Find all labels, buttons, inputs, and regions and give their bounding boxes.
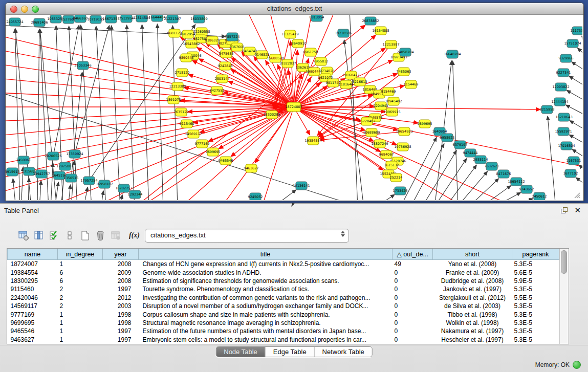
graph-node[interactable]: 1154469 (404, 80, 419, 89)
table-row[interactable]: 911546021997Tourette syndrome. Phenomeno… (8, 285, 559, 293)
graph-node[interactable]: 9777169 (195, 140, 210, 148)
column-header-year[interactable]: year (103, 249, 139, 260)
graph-node[interactable]: 16644404 (148, 15, 165, 21)
graph-node[interactable]: 12093822 (552, 83, 569, 91)
column-header-short[interactable]: short (433, 249, 512, 260)
tab-network-table[interactable]: Network Table (315, 347, 372, 357)
column-header-in_degree[interactable]: in_degree (58, 249, 103, 260)
graph-node[interactable]: 9227341 (556, 69, 571, 77)
column-header-name[interactable]: name (8, 249, 58, 260)
graph-node[interactable]: 9890445 (179, 54, 194, 62)
graph-node[interactable]: 18322037 (279, 59, 296, 68)
graph-node[interactable]: 252214 (390, 173, 403, 182)
graph-node[interactable]: 7632621 (485, 162, 499, 170)
graph-node[interactable]: 2204943 (374, 102, 388, 110)
graph-node[interactable]: 6379197 (453, 141, 468, 149)
column-header-pagerank[interactable]: pagerank (512, 249, 559, 260)
tab-node-table[interactable]: Node Table (216, 347, 266, 357)
graph-node[interactable]: 7512954 (119, 15, 134, 23)
row-height-icon[interactable] (64, 230, 75, 241)
graph-node[interactable]: 2718120 (175, 69, 190, 77)
table-row[interactable]: 1456911722003Disruption of a novel membe… (8, 302, 559, 310)
graph-node[interactable]: 26878852 (362, 17, 379, 25)
network-window-titlebar[interactable]: citations_edges.txt (6, 3, 583, 15)
graph-node[interactable]: 14569117 (185, 130, 202, 138)
graph-node[interactable]: 16210643 (555, 113, 572, 121)
column-header-title[interactable]: title (139, 249, 393, 260)
graph-node[interactable]: 8471676 (496, 170, 511, 178)
new-table-icon[interactable] (80, 230, 91, 241)
graph-node[interactable]: 18640910 (289, 39, 306, 48)
graph-node[interactable]: 9154469 (381, 87, 396, 96)
graph-node[interactable]: 9684067 (379, 150, 394, 159)
graph-node[interactable]: 9329966 (559, 54, 574, 62)
graph-node[interactable]: 10654112 (508, 178, 525, 186)
import-table-icon[interactable] (111, 230, 121, 241)
graph-node[interactable]: 1292344 (128, 190, 143, 199)
graph-node[interactable]: 1891075 (166, 96, 181, 104)
graph-node[interactable]: 12814504 (133, 15, 150, 22)
graph-node[interactable]: 7955812 (314, 57, 329, 65)
resize-grip[interactable] (575, 193, 580, 198)
graph-node[interactable]: 12213987 (382, 40, 399, 49)
table-row[interactable]: 946362711997Embryonic stem cells: a mode… (8, 336, 559, 344)
graph-node[interactable]: 12444154 (551, 98, 568, 106)
graph-node[interactable]: 14136141 (293, 182, 310, 190)
graph-node[interactable]: 19384554 (304, 137, 321, 145)
graph-node[interactable]: 15592971 (555, 127, 572, 136)
graph-node[interactable]: 5958923 (440, 134, 455, 142)
graph-node[interactable]: 2935114 (473, 156, 488, 164)
table-settings-icon[interactable] (18, 230, 29, 241)
graph-node[interactable]: 7635120 (174, 108, 189, 116)
graph-node[interactable]: 1733426 (393, 187, 408, 195)
graph-node[interactable]: 12975887 (56, 162, 73, 170)
close-panel-icon[interactable]: ✕ (574, 206, 581, 215)
graph-node[interactable]: 9115460 (180, 120, 194, 128)
delete-table-icon[interactable] (95, 230, 106, 241)
graph-node[interactable]: 8215958 (540, 105, 555, 114)
graph-node[interactable]: 9463627 (244, 164, 259, 172)
graph-node[interactable]: 1350515 (64, 174, 79, 182)
graph-node[interactable]: 11325419 (281, 30, 298, 38)
graph-node[interactable]: 21221397 (164, 15, 181, 23)
table-selector-dropdown[interactable]: citations_edges.txt (145, 229, 349, 243)
graph-node[interactable]: 6961758 (303, 48, 318, 56)
scrollbar-thumb[interactable] (561, 250, 567, 274)
network-canvas[interactable]: 1872400786011238912954222605589827503818… (6, 15, 582, 200)
graph-node[interactable]: 3915913 (6, 168, 19, 176)
graph-node[interactable]: 16154808 (372, 27, 389, 35)
graph-node[interactable]: 1677102 (563, 169, 578, 178)
table-row[interactable]: 969969511998Structural magnetic resonanc… (8, 319, 559, 327)
graph-node[interactable]: 1167531 (567, 157, 581, 165)
graph-node[interactable]: 2450612 (532, 192, 547, 200)
graph-node[interactable]: 17359924 (66, 150, 83, 158)
graph-node[interactable]: 16033809 (190, 15, 207, 23)
graph-node[interactable]: 9699695 (206, 148, 221, 156)
tab-edge-table[interactable]: Edge Table (266, 347, 315, 357)
graph-node[interactable]: 21053346 (74, 61, 91, 70)
graph-node[interactable]: 10719155 (87, 15, 104, 24)
graph-node[interactable]: 9465546 (219, 157, 233, 165)
graph-node[interactable]: 16648784 (444, 50, 461, 58)
table-row[interactable]: 1872400712008Changes of HCN gene express… (8, 260, 559, 269)
graph-node[interactable]: 9899695 (418, 120, 432, 128)
graph-node[interactable]: 8466160 (73, 15, 88, 23)
table-row[interactable]: 2242004622012Investigating the contribut… (8, 294, 559, 302)
graph-node[interactable]: 1117333 (571, 27, 582, 35)
graph-node[interactable]: 7857224 (225, 33, 240, 41)
graph-node[interactable]: 8427552 (210, 86, 225, 95)
column-header-out_de[interactable]: △ out_de... (393, 249, 433, 260)
graph-node[interactable]: 9242848 (218, 62, 233, 70)
table-row[interactable]: 946554611997Estimation of the future num… (8, 327, 559, 335)
graph-node[interactable]: 8601123 (167, 29, 182, 37)
graph-node[interactable]: 24055724 (6, 18, 23, 26)
graph-node[interactable]: 8475685 (219, 50, 234, 58)
float-panel-icon[interactable] (561, 207, 568, 213)
select-rows-icon[interactable] (49, 230, 60, 241)
graph-node[interactable]: 20206526 (45, 152, 61, 160)
table-scrollbar[interactable] (559, 249, 568, 344)
graph-node[interactable]: 2181644 (339, 80, 354, 89)
graph-node[interactable]: 1615132 (384, 161, 399, 169)
graph-node[interactable]: 8813054 (310, 15, 324, 21)
graph-node[interactable]: 17957254 (80, 177, 97, 185)
